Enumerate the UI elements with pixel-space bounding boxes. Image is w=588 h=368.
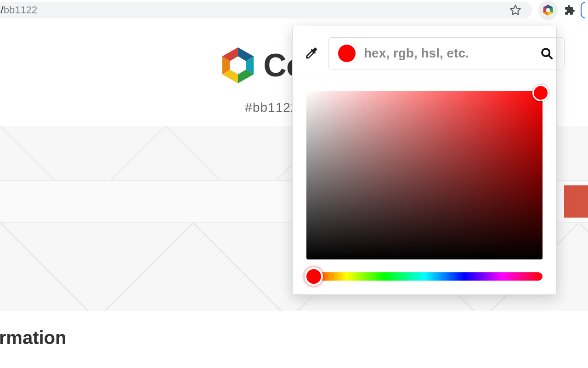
- extensions-puzzle-icon[interactable]: [561, 2, 578, 18]
- extension-popup: [292, 26, 557, 295]
- address-pill[interactable]: com/bb1122: [0, 2, 532, 18]
- color-swatch[interactable]: [564, 185, 588, 218]
- hue-row: [306, 272, 543, 281]
- sv-handle[interactable]: [532, 85, 549, 101]
- svg-marker-0: [510, 5, 520, 15]
- hue-handle[interactable]: [305, 267, 323, 286]
- colorhexa-extension-icon[interactable]: [538, 0, 558, 20]
- saturation-value-panel[interactable]: [306, 91, 543, 259]
- color-search-input[interactable]: [364, 46, 530, 61]
- bookmark-star-icon[interactable]: [507, 2, 524, 18]
- svg-point-8: [546, 8, 550, 12]
- search-button[interactable]: [538, 45, 555, 62]
- profile-avatar-edge[interactable]: [581, 2, 585, 18]
- popup-toolbar: [293, 26, 556, 79]
- eyedropper-icon: [304, 46, 319, 61]
- current-color-dot[interactable]: [338, 45, 356, 62]
- url-host-part: com/: [0, 4, 4, 16]
- section-heading: formation: [0, 328, 588, 348]
- popup-body: [293, 79, 556, 294]
- search-icon: [540, 46, 554, 60]
- hue-slider[interactable]: [306, 272, 543, 281]
- address-actions: [507, 2, 524, 18]
- svg-line-18: [548, 55, 552, 58]
- url-path-part: bb1122: [4, 4, 37, 16]
- colorhexa-logo-icon: [220, 45, 256, 86]
- color-search-field: [328, 37, 565, 69]
- eyedropper-button[interactable]: [304, 43, 319, 63]
- browser-address-bar: com/bb1122: [0, 0, 588, 20]
